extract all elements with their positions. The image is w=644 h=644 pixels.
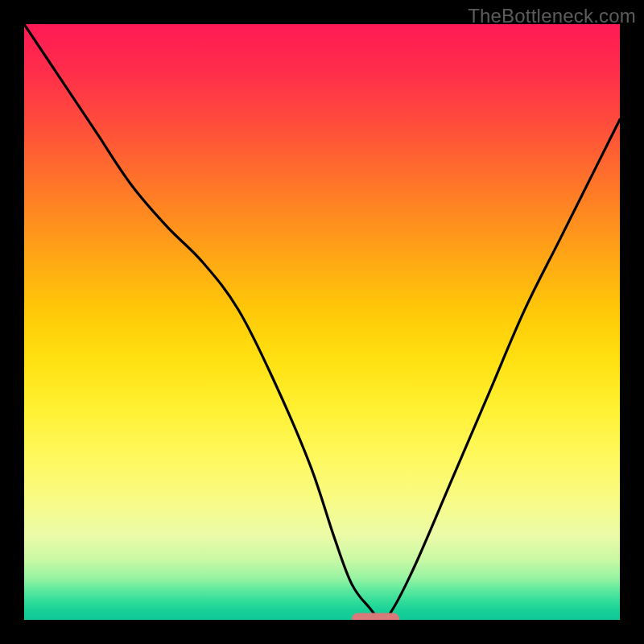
watermark-text: TheBottleneck.com: [468, 5, 636, 27]
optimum-marker: [352, 613, 399, 620]
bottleneck-curve: [24, 24, 620, 620]
chart-frame: TheBottleneck.com: [0, 0, 644, 644]
plot-area: [24, 24, 620, 620]
